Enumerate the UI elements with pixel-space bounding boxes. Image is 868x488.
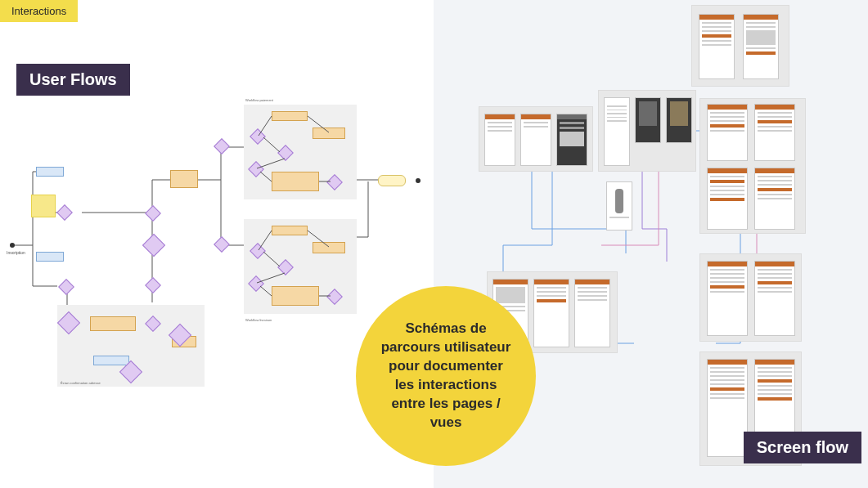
flow-rect xyxy=(36,252,64,262)
center-callout-circle: Schémas de parcours utilisateur pour doc… xyxy=(356,286,536,466)
flow-decision xyxy=(58,279,74,295)
flow-end-node xyxy=(416,178,421,183)
screen-mock xyxy=(754,168,795,230)
flow-group: Workflow livraison xyxy=(244,219,357,314)
screen-mock xyxy=(754,104,795,161)
screen-mock xyxy=(556,114,587,166)
screen-flow-label: Screen flow xyxy=(744,432,861,463)
screen-cluster xyxy=(699,98,806,234)
flow-decision xyxy=(250,128,266,145)
screen-cluster xyxy=(691,5,789,87)
flow-decision xyxy=(145,205,161,222)
flow-process xyxy=(170,170,198,188)
flow-group-caption: Workflow paiement xyxy=(245,98,273,102)
screen-mock xyxy=(520,114,551,166)
screen-mock xyxy=(604,97,630,166)
flow-decision xyxy=(326,289,343,305)
svg-line-25 xyxy=(263,137,280,152)
flow-group-caption: Écran confirmation adresse xyxy=(61,381,101,385)
flow-start-node xyxy=(10,243,15,248)
screen-mock xyxy=(754,261,795,336)
flow-process xyxy=(313,242,345,253)
flow-decision xyxy=(248,161,264,177)
flow-process xyxy=(272,286,319,306)
svg-line-33 xyxy=(260,286,272,296)
screen-mock xyxy=(606,181,632,231)
screen-mock xyxy=(707,359,748,457)
screen-mock xyxy=(533,279,569,347)
user-flows-label: User Flows xyxy=(16,64,130,96)
flow-decision xyxy=(250,243,266,259)
svg-line-31 xyxy=(263,252,280,266)
screen-cluster xyxy=(598,90,696,172)
screen-cluster xyxy=(699,253,802,342)
flow-decision xyxy=(248,275,264,292)
flow-process xyxy=(272,226,308,235)
flow-group: Workflow paiement xyxy=(244,105,357,199)
callout-text: Schémas de parcours utilisateur pour doc… xyxy=(379,320,513,432)
flow-process xyxy=(272,172,319,191)
flow-group-caption: Workflow livraison xyxy=(245,318,272,322)
screen-mock xyxy=(666,97,692,143)
flow-decision xyxy=(145,316,161,332)
flow-decision xyxy=(214,138,230,154)
flow-decision xyxy=(145,277,161,293)
screen-cluster xyxy=(479,106,593,172)
screen-mock xyxy=(707,168,748,230)
flow-process xyxy=(313,128,345,139)
flow-decision xyxy=(142,234,165,257)
flow-start-label: Inscription xyxy=(7,250,25,255)
flow-rect xyxy=(93,356,129,365)
screen-mock xyxy=(484,114,515,166)
screen-mock xyxy=(707,261,748,336)
flow-decision xyxy=(57,311,80,334)
flow-end-pill xyxy=(378,175,406,186)
flow-sticky-note xyxy=(31,195,56,217)
flow-process xyxy=(90,316,136,331)
flow-process xyxy=(272,111,308,121)
screen-mock xyxy=(743,14,779,79)
flow-decision xyxy=(326,174,343,190)
screen-mock xyxy=(574,279,610,347)
interactions-tag: Interactions xyxy=(0,0,78,22)
svg-line-27 xyxy=(260,172,272,181)
flow-decision xyxy=(277,259,294,275)
flow-decision xyxy=(277,145,294,161)
flow-decision xyxy=(214,236,230,253)
screen-mock xyxy=(635,97,661,143)
flow-rect xyxy=(36,167,64,177)
screen-mock xyxy=(707,104,748,161)
flow-decision xyxy=(56,204,73,221)
screen-mock xyxy=(699,14,735,79)
